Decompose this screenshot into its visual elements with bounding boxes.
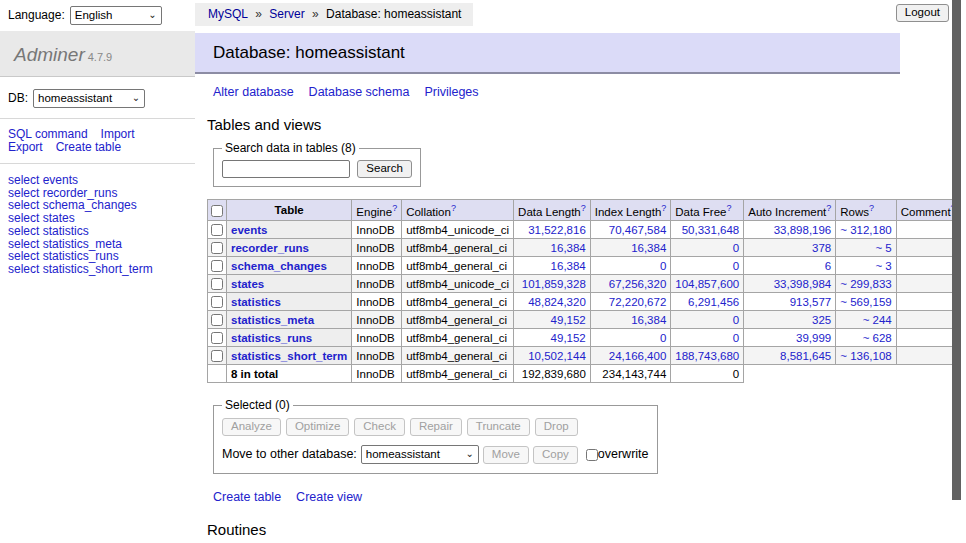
index-length-link[interactable]: 24,166,400	[609, 350, 667, 362]
help-link[interactable]: ?	[451, 203, 456, 213]
move-button: Move	[483, 446, 529, 464]
auto-increment-link[interactable]: 378	[812, 242, 831, 254]
index-length-link[interactable]: 16,384	[631, 242, 666, 254]
data-length-link[interactable]: 16,384	[551, 260, 586, 272]
search-input[interactable]	[222, 160, 350, 178]
data-free-link[interactable]: 188,743,680	[675, 350, 739, 362]
row-select-cell	[208, 221, 227, 239]
select-all-checkbox[interactable]	[211, 205, 223, 217]
search-button[interactable]: Search	[357, 160, 411, 178]
table-name-link[interactable]: states	[231, 278, 264, 290]
rows-link[interactable]: ~ 3	[875, 260, 891, 272]
breadcrumb-link[interactable]: Server	[269, 7, 304, 21]
overwrite-checkbox[interactable]	[586, 449, 598, 461]
breadcrumb-link[interactable]: MySQL	[208, 7, 248, 21]
table-row: statistics_runsInnoDButf8mb4_general_ci4…	[208, 329, 961, 347]
row-checkbox[interactable]	[211, 224, 223, 236]
sidebar-action-link[interactable]: SQL command	[8, 127, 88, 141]
help-link[interactable]: ?	[826, 203, 831, 213]
auto-increment-link[interactable]: 33,898,196	[774, 224, 832, 236]
index-length-link[interactable]: 72,220,672	[609, 296, 667, 308]
data-free-link[interactable]: 50,331,648	[682, 224, 740, 236]
sidebar-table-link[interactable]: select states	[8, 212, 187, 225]
data-free-link[interactable]: 0	[733, 260, 739, 272]
help-link[interactable]: ?	[726, 203, 731, 213]
data-length-cell: 31,522,816	[514, 221, 591, 239]
table-row: statistics_short_termInnoDButf8mb4_gener…	[208, 347, 961, 365]
auto-increment-link[interactable]: 39,999	[796, 332, 831, 344]
data-free-link[interactable]: 0	[733, 314, 739, 326]
help-link[interactable]: ?	[661, 203, 666, 213]
column-header: Collation?	[402, 200, 514, 221]
sidebar-action-link[interactable]: Create table	[56, 140, 121, 154]
data-free-link[interactable]: 0	[733, 242, 739, 254]
table-name-link[interactable]: schema_changes	[231, 260, 327, 272]
data-length-link[interactable]: 31,522,816	[528, 224, 586, 236]
help-link[interactable]: ?	[392, 203, 397, 213]
row-checkbox[interactable]	[211, 350, 223, 362]
sidebar-table-link[interactable]: select statistics	[8, 225, 187, 238]
sidebar-action-link[interactable]: Import	[101, 127, 135, 141]
rows-cell: ~ 136,108	[836, 347, 896, 365]
create-view-link[interactable]: Create view	[296, 490, 362, 504]
data-length-link[interactable]: 49,152	[551, 332, 586, 344]
data-length-link[interactable]: 10,502,144	[528, 350, 586, 362]
auto-increment-link[interactable]: 325	[812, 314, 831, 326]
rows-cell: ~ 5	[836, 239, 896, 257]
data-free-link[interactable]: 0	[733, 332, 739, 344]
db-action-link[interactable]: Alter database	[213, 85, 294, 99]
rows-link[interactable]: ~ 5	[875, 242, 891, 254]
logout-button[interactable]: Logout	[896, 4, 949, 22]
app-name[interactable]: Adminer	[14, 44, 85, 65]
auto-increment-link[interactable]: 33,398,984	[774, 278, 832, 290]
row-checkbox[interactable]	[211, 314, 223, 326]
index-length-link[interactable]: 67,256,320	[609, 278, 667, 290]
table-name-link[interactable]: statistics_short_term	[231, 350, 347, 362]
help-link[interactable]: ?	[869, 203, 874, 213]
data-length-link[interactable]: 48,824,320	[528, 296, 586, 308]
row-checkbox[interactable]	[211, 332, 223, 344]
auto-increment-link[interactable]: 913,577	[790, 296, 832, 308]
table-name-link[interactable]: statistics_runs	[231, 332, 312, 344]
language-select[interactable]: English	[70, 6, 162, 25]
move-db-select[interactable]: homeassistant	[361, 445, 479, 464]
table-name-link[interactable]: statistics_meta	[231, 314, 314, 326]
index-length-link[interactable]: 70,467,584	[609, 224, 667, 236]
breadcrumb: MySQL » Server » Database: homeassistant	[195, 3, 473, 26]
row-select-cell	[208, 239, 227, 257]
rows-link[interactable]: ~ 136,108	[840, 350, 891, 362]
rows-link[interactable]: ~ 244	[863, 314, 892, 326]
db-select[interactable]: homeassistant	[33, 89, 145, 108]
rows-link[interactable]: ~ 569,159	[840, 296, 891, 308]
rows-link[interactable]: ~ 312,180	[840, 224, 891, 236]
data-length-link[interactable]: 16,384	[551, 242, 586, 254]
index-length-link[interactable]: 0	[660, 332, 666, 344]
rows-link[interactable]: ~ 628	[863, 332, 892, 344]
db-action-link[interactable]: Database schema	[309, 85, 410, 99]
table-name-link[interactable]: events	[231, 224, 267, 236]
scrollbar-thumb[interactable]	[952, 0, 961, 500]
create-table-link[interactable]: Create table	[213, 490, 281, 504]
help-link[interactable]: ?	[581, 203, 586, 213]
auto-increment-link[interactable]: 8,581,645	[780, 350, 831, 362]
rows-link[interactable]: ~ 299,833	[840, 278, 891, 290]
auto-increment-cell: 913,577	[744, 293, 836, 311]
table-name-link[interactable]: recorder_runs	[231, 242, 309, 254]
db-action-links: Alter databaseDatabase schemaPrivileges	[213, 85, 900, 99]
db-action-link[interactable]: Privileges	[424, 85, 478, 99]
auto-increment-link[interactable]: 6	[825, 260, 831, 272]
data-free-link[interactable]: 104,857,600	[675, 278, 739, 290]
sidebar-action-link[interactable]: Export	[8, 140, 43, 154]
sidebar-table-link[interactable]: select statistics_short_term	[8, 263, 187, 276]
index-length-link[interactable]: 16,384	[631, 314, 666, 326]
table-name-link[interactable]: statistics	[231, 296, 281, 308]
row-checkbox[interactable]	[211, 242, 223, 254]
row-checkbox[interactable]	[211, 296, 223, 308]
data-length-link[interactable]: 49,152	[551, 314, 586, 326]
row-checkbox[interactable]	[211, 260, 223, 272]
data-free-link[interactable]: 6,291,456	[688, 296, 739, 308]
row-checkbox[interactable]	[211, 278, 223, 290]
sidebar-table-link[interactable]: select events	[8, 174, 187, 187]
data-length-link[interactable]: 101,859,328	[522, 278, 586, 290]
index-length-link[interactable]: 0	[660, 260, 666, 272]
